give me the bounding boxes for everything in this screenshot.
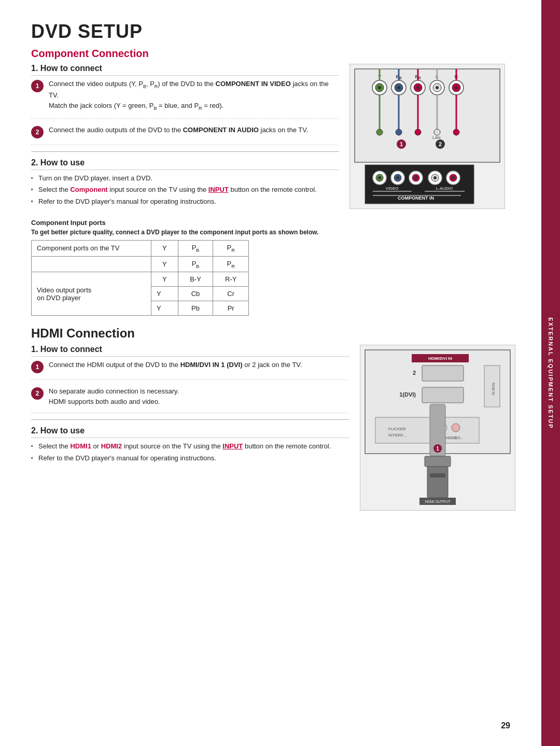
table-cell-pr-1: PR [213,256,249,272]
table-row-2: Video output portson DVD player Y B-Y R-… [32,272,249,287]
component-bullet-2: Select the Component input source on the… [31,185,339,195]
component-bullet-1: Turn on the DVD player, insert a DVD. [31,173,339,184]
table-header-pr: PR [213,241,249,257]
svg-point-51 [414,176,417,179]
component-how-to-use-heading: 2. How to use [31,158,339,170]
svg-point-15 [416,86,419,89]
component-highlight: Component [70,186,107,193]
svg-text:FLICKER: FLICKER [388,427,406,431]
svg-point-35 [434,129,440,135]
component-ports-title: Component Input ports [31,219,515,227]
svg-rect-82 [425,456,451,467]
input-highlight: INPUT [208,186,229,193]
svg-rect-70 [422,387,464,403]
hdmi-dvi-label: HDMI/DVI IN 1 (DVI) [180,361,243,369]
table-cell-y-3: Y [151,287,178,301]
hdmi1-highlight: HDMI1 [70,442,91,450]
svg-point-34 [415,129,421,135]
component-diagram-col: Y PB PR L R [349,64,515,210]
svg-point-12 [397,86,400,89]
hdmi-step-1-text: Connect the HDMI output of the DVD to th… [49,360,349,370]
component-how-to-connect-heading: 1. How to connect [31,64,339,76]
component-two-column: 1. How to connect 1 Connect the video ou… [31,64,515,210]
component-in-video-label: COMPONENT IN VIDEO [216,80,291,88]
page-number: 29 [501,721,510,730]
hdmi-bullet-2: Refer to the DVD player's manual for ope… [31,453,349,464]
ports-table: Component ports on the TV Y PB PR Y PB P… [31,240,249,316]
hdmi-step-2-text: No separate audio connection is necessar… [49,386,349,406]
component-step-2: 2 Connect the audio outputs of the DVD t… [31,125,339,145]
component-diagram-svg: Y PB PR L R [349,64,505,209]
table-cell-pr-3: Cr [213,287,249,301]
hdmi-use-bullets: Select the HDMI1 or HDMI2 input source o… [31,441,349,464]
svg-rect-84 [430,473,445,477]
component-bullet-3: Refer to the DVD player's manual for ope… [31,196,339,207]
svg-text:RGB IN: RGB IN [492,383,495,395]
svg-point-21 [455,86,458,89]
hdmi-bullet-1: Select the HDMI1 or HDMI2 input source o… [31,441,349,452]
svg-point-18 [436,86,439,89]
table-cell-y-1: Y [151,256,178,272]
hdmi-step-1: 1 Connect the HDMI output of the DVD to … [31,360,349,380]
svg-text:2: 2 [413,370,416,376]
table-header-pb: PB [178,241,213,257]
table-header-row: Component ports on the TV Y PB PR [32,241,249,257]
hdmi-connection-section: HDMI Connection 1. How to connect 1 Conn… [31,326,515,512]
svg-point-9 [378,86,381,89]
component-ports-desc: To get better picture quality, connect a… [31,229,515,236]
component-use-bullets: Turn on the DVD player, insert a DVD. Se… [31,173,339,207]
step-1-circle: 1 [31,80,44,92]
svg-point-57 [452,176,455,179]
hdmi-connection-title: HDMI Connection [31,326,515,341]
page-title: DVD SETUP [31,21,515,43]
svg-text:HDMI OUTPUT: HDMI OUTPUT [425,500,451,503]
svg-point-36 [453,129,459,135]
svg-point-45 [378,176,381,179]
svg-point-33 [396,129,402,135]
svg-text:2: 2 [439,141,442,147]
hdmi-step-1-circle: 1 [31,361,44,373]
svg-text:HDMI/DVI IN: HDMI/DVI IN [428,356,452,361]
hdmi2-highlight: HDMI2 [101,442,122,450]
table-cell-y-2: Y [151,272,178,287]
svg-text:L-AUDIO: L-AUDIO [436,186,453,191]
table-cell-y-4: Y [151,301,178,316]
table-row-1: Y PB PR [32,256,249,272]
component-left-col: 1. How to connect 1 Connect the video ou… [31,64,339,210]
page-container: DVD SETUP Component Connection 1. How to… [0,0,560,746]
hdmi-how-to-use-heading: 2. How to use [31,426,349,438]
table-cell-pb-1: PB [178,256,213,272]
table-cell-label-dvd: Video output portson DVD player [32,272,151,316]
table-cell-pr-4: Pr [213,301,249,316]
hdmi-step-2: 2 No separate audio connection is necess… [31,386,349,413]
hdmi-diagram-col: HDMI/DVI IN 2 1(DVI) RGB IN FLICKER [360,345,515,512]
table-cell-pb-2: B-Y [178,272,213,287]
component-step-1: 1 Connect the video outputs (Y, PB, PR) … [31,79,339,119]
hdmi-how-to-connect-heading: 1. How to connect [31,345,349,357]
component-connection-title: Component Connection [31,48,515,60]
component-connection-section: Component Connection 1. How to connect 1… [31,48,515,316]
svg-text:VIDEO: VIDEO [386,186,399,191]
table-header-y: Y [151,241,178,257]
svg-text:1(DVI): 1(DVI) [399,391,416,398]
svg-point-48 [396,176,399,179]
sidebar-tab-label: EXTERNAL EQUIPMENT SETUP [548,317,554,429]
svg-point-32 [376,129,383,135]
svg-text:1: 1 [400,141,403,147]
table-header-label: Component ports on the TV [32,241,151,257]
sidebar-tab: EXTERNAL EQUIPMENT SETUP [541,0,560,746]
svg-text:COMPONENT IN: COMPONENT IN [398,195,434,201]
table-cell-pb-3: Cb [178,287,213,301]
step-1-text: Connect the video outputs (Y, PB, PR) of… [49,79,339,112]
main-content: DVD SETUP Component Connection 1. How to… [0,0,541,746]
hdmi-left-col: 1. How to connect 1 Connect the HDMI out… [31,345,349,512]
hdmi-two-col: 1. How to connect 1 Connect the HDMI out… [31,345,515,512]
hdmi-step-2-circle: 2 [31,387,44,400]
divider-1 [31,151,339,152]
step-2-text: Connect the audio outputs of the DVD to … [49,125,339,135]
component-in-audio-label: COMPONENT IN AUDIO [183,126,259,134]
svg-point-78 [452,424,460,432]
svg-text:CO...: CO... [455,436,463,440]
table-cell-pr-2: R-Y [213,272,249,287]
svg-text:LAN: LAN [432,135,441,140]
